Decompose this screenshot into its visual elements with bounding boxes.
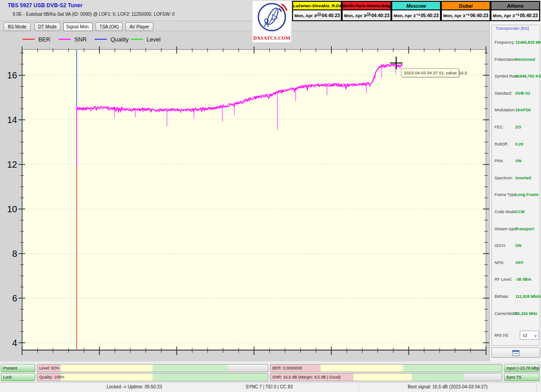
tp-field-value: -38 dBm [515,277,532,282]
statusbar-best-signal: Best signal: 16,5 dB (2023-04-03 04:27) [359,384,536,389]
clock-3: MoscowMon, Apr 3+305:40:23 [391,1,441,21]
mis-dropdown[interactable]: 12 ∨ [520,331,539,340]
clock-utc-offset: +3 [416,14,420,16]
tp-field-label: FEC: [495,125,504,129]
tp-field-value: ON [515,243,522,248]
tp-field-rolloff-: RollOff:0.20 [492,142,541,148]
tp-field-frame-type-: Frame Type:Long Frame [492,192,541,199]
clock-date: Mon, Apr 3 [294,13,316,18]
svg-text:6: 6 [12,293,17,303]
transponder-groupbox: Transponder [BS] Frequency:12465,815 MHz… [491,25,540,346]
bar-segment [353,374,412,381]
transponder-list-button[interactable] [491,347,540,358]
clock-city: Moscow [392,2,440,10]
status-box-sync-ts: Sync TS [504,373,540,381]
bar-segment [403,365,502,372]
logo-text: DXSATCS.COM [252,35,291,41]
tp-field-label: Frame Type: [495,192,517,197]
tp-field-label: RF Level: [495,277,512,282]
tp-field-value: DVB-S2 [515,91,530,96]
bar-segment [321,365,403,372]
tp-field-value: 41945,752 KS/s [515,74,541,78]
tp-field-label: Polarization: [495,57,517,62]
statusbar: Locked -> Uptime: 05:50:23 SYNC 7 | TEI … [0,382,541,392]
resize-grip[interactable] [536,384,537,391]
clock-date: Mon, Apr 3 [344,13,366,18]
tab-av-player[interactable]: AV Player [125,23,153,31]
tuner-subtitle: 9.0E - Eutelsat 9B/Ka-Sat 9A (ID: 0090) … [13,12,174,17]
tab-signal-mon-[interactable]: Signal Mon. [63,23,93,31]
tp-field-value: 50,334 MHz [515,311,537,316]
chart-panel: BERSNRQualityLevel 161412108642023-04-03… [0,31,489,361]
signal-chart[interactable]: 161412108642023-04-03 04.37.51, value: 1… [0,31,489,361]
tp-field-polarization-: Polarization:Horizontal [492,57,541,64]
tab-bs-mode[interactable]: BS Mode [4,23,31,31]
tp-field-symbol-rate-: Symbol Rate:41945,752 KS/s [492,74,541,80]
svg-text:16: 16 [7,70,17,80]
bar-quality: Quality: 100% [37,373,268,381]
clock-city: Dubai [442,2,490,10]
chevron-down-icon: ∨ [534,332,537,340]
bar-quality-label: Quality: 100% [39,375,64,379]
tp-field-label: Code Mode: [495,210,517,214]
mis-selected-value: 12 [523,333,527,337]
satellite-dish-icon [253,1,291,33]
tp-field-label: ISSYI: [495,243,506,248]
tp-field-carrierwidth-: CarrierWidth:50,334 MHz [492,311,541,318]
bar-ber: BER: 0,0000000 [270,364,502,372]
tp-field-value: Transport [515,227,534,231]
tp-field-label: BitRate: [495,294,509,299]
tab-dt-mode[interactable]: DT Mode [34,23,60,31]
status-box-present: Present [1,364,35,372]
clock-time: 04:40:23 [371,13,390,18]
clock-1: Lučenec-Slovakia_R.DávidMon, Apr 3+1DST0… [292,1,342,21]
tp-field-npd-: NPD:OFF [492,260,541,267]
toolbar: BS ModeDT ModeSignal Mon.TSA (OK)AV Play… [0,21,489,31]
svg-text:4: 4 [12,338,17,348]
tp-field-issyi-: ISSYI:ON [492,243,541,250]
clock-date: Mon, Apr 3 [493,13,515,18]
bar-segment [153,365,228,372]
tp-field-value: ON [515,159,522,163]
tp-field-value: 111,028 Mbit/s [515,294,541,299]
tp-field-label: Standard: [495,91,512,96]
tab-tsa-ok-[interactable]: TSA (OK) [96,23,123,31]
tp-field-frequency-: Frequency:12465,815 MHz [492,40,541,46]
bar-level-label: Level: 82% [39,366,60,370]
clock-time: 06:40:23 [470,13,488,18]
svg-text:10: 10 [7,204,17,214]
bar-ber-label: BER: 0,0000000 [272,366,302,370]
transponder-groupbox-title: Transponder [BS] [494,26,530,31]
app-window: TBS 5927 USB DVB-S2 Tuner 9.0E - Eutelsa… [0,0,541,392]
mis-label: MIS (4): [495,333,509,337]
bar-segment [412,374,464,381]
clock-city: Athens [491,2,539,10]
statusbar-sync: SYNC 7 | TEI 0 | CC 83 [179,384,359,389]
bar-snr: SNR: 16,5 dB (Margin: 9,5 dB | Good) [270,373,502,381]
list-panel-icon [512,350,519,356]
bar-segment [61,374,153,381]
bar-segment [61,365,153,372]
tp-field-label: RollOff: [495,142,508,146]
tp-field-label: Modulation: [495,108,516,112]
clock-4: DubaiMon, Apr 3+406:40:23 [441,1,491,21]
clock-time: 05:40:23 [421,13,439,18]
svg-text:8: 8 [12,249,17,259]
tp-field-pilot-: Pilot:ON [492,159,541,165]
bar-segment [153,374,268,381]
tp-field-modulation-: Modulation:16APSK [492,108,541,114]
tp-field-label: Spectrum: [495,176,513,180]
tp-field-stream-type-: Stream type:Transport [492,227,541,233]
status-box-lock: Lock [1,373,35,381]
clock-time: 05:40:23 [520,13,538,18]
mis-row: MIS (4): 12 ∨ [492,331,541,341]
tp-field-standard-: Standard:DVB-S2 [492,91,541,97]
clock-utc-offset: +1DST [316,12,322,17]
tp-field-rf-level-: RF Level:-38 dBm [492,277,541,283]
tp-field-label: Frequency: [495,40,515,45]
clock-utc-offset: +4 [466,14,469,16]
tp-field-bitrate-: BitRate:111,028 Mbit/s [492,294,541,301]
clock-2: Berlin-Paris-Vienna-BelgradeMon, Apr 3+1… [342,1,391,21]
clock-utc-offset: +1DST [366,12,371,17]
clock-utc-offset: +3 [515,14,519,16]
